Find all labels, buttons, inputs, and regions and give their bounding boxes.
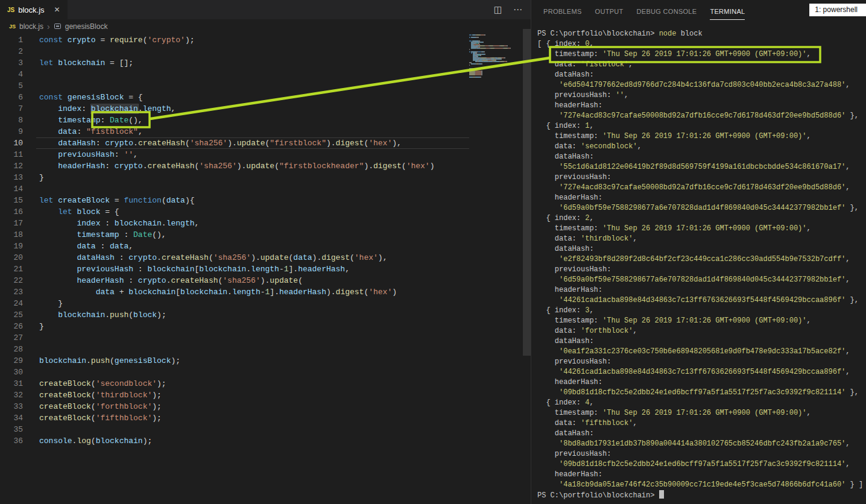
editor-scrollbar[interactable] [523,29,531,356]
code-line-30[interactable]: 30 [0,367,531,378]
line-number[interactable]: 22 [0,275,23,286]
line-number[interactable]: 18 [0,229,23,241]
code-token [39,150,58,159]
line-number[interactable]: 32 [0,389,23,401]
line-number[interactable]: 4 [0,69,23,80]
code-line-34[interactable]: 34createBlock('fifthblock'); [0,412,531,424]
code-token: ). [312,253,322,262]
code-line-9[interactable]: 9 data: "fistblock", [0,126,531,137]
code-line-23[interactable]: 23 data + blockchain[blockchain.length-1… [0,286,531,298]
code-line-22[interactable]: 22 headerHash : crypto.createHash('sha25… [0,275,531,286]
line-number[interactable]: 17 [0,218,23,229]
line-number[interactable]: 21 [0,263,23,275]
code-line-12[interactable]: 12 headerHash: crypto.createHash('sha256… [0,160,531,172]
code-line-36[interactable]: 36console.log(blockchain); [0,435,531,447]
line-number[interactable]: 31 [0,378,23,389]
code-line-18[interactable]: 18 timestamp : Date(), [0,229,531,241]
code-token: ). [326,288,336,297]
code-line-19[interactable]: 19 data : data, [0,241,531,252]
line-number[interactable]: 20 [0,252,23,263]
code-line-4[interactable]: 4 [0,69,531,80]
line-number[interactable]: 14 [0,183,23,195]
code-line-5[interactable]: 5 [0,80,531,92]
code-line-6[interactable]: 6const genesisBlock = { [0,92,531,103]
code-text: createBlock('forthblock'); [39,401,162,412]
line-number[interactable]: 10 [0,137,23,149]
code-line-28[interactable]: 28 [0,344,531,355]
panel-tab-problems[interactable]: PROBLEMS [543,2,582,19]
line-number[interactable]: 34 [0,412,23,424]
code-line-21[interactable]: 21 previousHash : blockchain[blockchain.… [0,263,531,275]
code-line-10[interactable]: 10 dataHash: crypto.createHash('sha256')… [0,137,531,149]
line-number[interactable]: 33 [0,401,23,412]
code-line-15[interactable]: 15let createBlock = function(data){ [0,195,531,206]
line-number[interactable]: 11 [0,149,23,160]
code-token: index [77,219,100,228]
code-line-8[interactable]: 8 timestamp: Date(), [0,115,531,126]
code-token: ), [378,253,388,262]
close-tab-icon[interactable]: ✕ [54,5,60,14]
code-line-25[interactable]: 25 blockchain.push(block); [0,309,531,321]
code-line-32[interactable]: 32createBlock('thirdblock'); [0,389,531,401]
more-actions-icon[interactable]: ⋯ [513,4,522,15]
minimap[interactable] [469,34,520,78]
code-line-20[interactable]: 20 dataHash : crypto.createHash('sha256'… [0,252,531,263]
breadcrumb-symbol[interactable]: genesisBlock [65,22,108,31]
line-number[interactable]: 29 [0,355,23,367]
code-line-13[interactable]: 13} [0,172,531,183]
code-token: ){ [185,196,195,205]
line-number[interactable]: 24 [0,298,23,309]
code-line-7[interactable]: 7 index: blockchain.length, [0,103,531,115]
line-number[interactable]: 8 [0,115,23,126]
line-number[interactable]: 16 [0,206,23,218]
line-number[interactable]: 9 [0,126,23,137]
line-number[interactable]: 19 [0,241,23,252]
code-line-33[interactable]: 33createBlock('forthblock'); [0,401,531,412]
line-number[interactable]: 3 [0,57,23,69]
split-editor-icon[interactable]: ◫ [494,4,502,15]
code-line-35[interactable]: 35 [0,424,531,435]
code-line-2[interactable]: 2 [0,46,531,57]
terminal-line-30: data: 'forthblock', [537,326,866,336]
line-number[interactable]: 12 [0,160,23,172]
terminal-text: , [807,50,811,58]
terminal-selector-dropdown[interactable]: 1: powershell [809,4,866,16]
breadcrumb-file[interactable]: block.js [19,22,43,31]
line-number[interactable]: 35 [0,424,23,435]
code-line-29[interactable]: 29blockchain.push(genesisBlock); [0,355,531,367]
code-line-16[interactable]: 16 let block = { [0,206,531,218]
line-number[interactable]: 6 [0,92,23,103]
line-number[interactable]: 28 [0,344,23,355]
code-line-14[interactable]: 14 [0,183,531,195]
terminal-output[interactable]: PS C:\portfolio\blockchain> node block[ … [537,29,866,500]
panel-tab-debug-console[interactable]: DEBUG CONSOLE [637,2,697,19]
line-number[interactable]: 26 [0,321,23,332]
code-line-17[interactable]: 17 index : blockchain.length, [0,218,531,229]
line-number[interactable]: 25 [0,309,23,321]
editor-actions: ◫ ⋯ [494,0,522,19]
tab-block-js[interactable]: JS block.js ✕ [0,0,68,19]
line-number[interactable]: 2 [0,46,23,57]
line-number[interactable]: 15 [0,195,23,206]
panel-tab-terminal[interactable]: TERMINAL [710,2,745,20]
line-number[interactable]: 30 [0,367,23,378]
line-number[interactable]: 1 [0,34,23,46]
line-number[interactable]: 13 [0,172,23,183]
code-line-11[interactable]: 11 previousHash: '', [0,149,531,160]
line-number[interactable]: 7 [0,103,23,115]
line-number[interactable]: 23 [0,286,23,298]
line-number[interactable]: 36 [0,435,23,447]
line-number[interactable]: 27 [0,332,23,344]
code-line-3[interactable]: 3let blockchain = []; [0,57,531,69]
terminal-line-8: headerHash: [537,101,866,111]
code-line-31[interactable]: 31createBlock('secondblock'); [0,378,531,389]
code-line-27[interactable]: 27 [0,332,531,344]
code-line-24[interactable]: 24 } [0,298,531,309]
code-token: . [133,139,138,148]
line-number[interactable]: 5 [0,80,23,92]
code-line-1[interactable]: 1const crypto = require('crypto'); [0,34,531,46]
code-editor[interactable]: 1const crypto = require('crypto');23let … [0,34,531,447]
terminal-line-34: '44261cad1acba898e84d34863c7c13ff6763626… [537,367,866,377]
panel-tab-output[interactable]: OUTPUT [595,2,624,19]
code-line-26[interactable]: 26} [0,321,531,332]
